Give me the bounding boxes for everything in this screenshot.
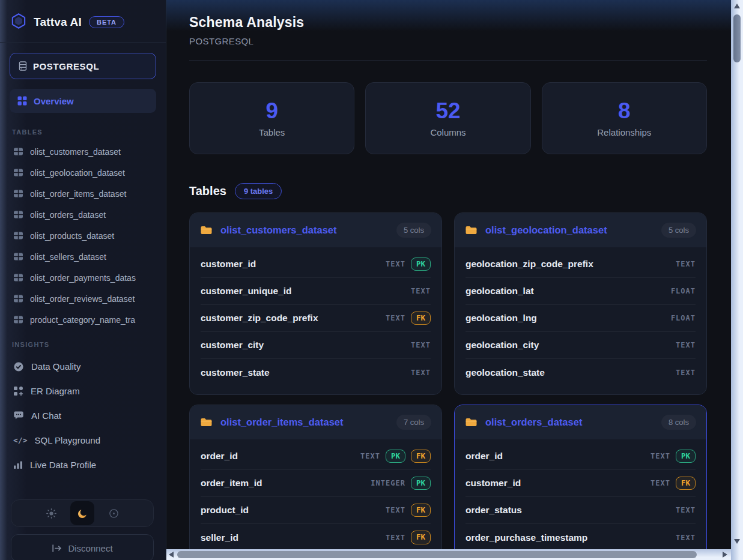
column-type: TEXT: [651, 479, 670, 487]
table-card-header: olist_order_items_dataset 7 cols: [190, 405, 441, 439]
sidebar-item-olist-orders[interactable]: olist_orders_dataset: [0, 204, 166, 225]
sidebar-table-label: olist_order_reviews_dataset: [30, 294, 135, 304]
insight-label: Live Data Profile: [30, 460, 96, 470]
stat-value: 52: [435, 100, 460, 122]
stat-value: 9: [265, 100, 278, 122]
scroll-right-arrow[interactable]: [723, 552, 727, 558]
sidebar-insights-list: Data Quality ER Diagram AI Chat </> SQL …: [0, 354, 166, 477]
connection-button[interactable]: POSTGRESQL: [10, 53, 156, 79]
table-icon: [13, 315, 23, 324]
stat-value: 8: [618, 100, 631, 122]
stat-label: Tables: [259, 127, 285, 137]
insights-section-label: INSIGHTS: [12, 341, 156, 348]
tables-section-label: TABLES: [12, 128, 156, 136]
sidebar-item-overview[interactable]: Overview: [10, 89, 156, 113]
table-card-olist-customers[interactable]: olist_customers_dataset 5 cols customer_…: [189, 212, 442, 395]
fk-badge: FK: [411, 312, 431, 325]
theme-toggle: [11, 499, 154, 527]
table-icon: [13, 273, 23, 282]
folder-icon: [200, 417, 213, 427]
column-type: TEXT: [360, 452, 380, 460]
chat-icon: [13, 411, 24, 421]
column-name: customer_id: [466, 478, 521, 489]
column-row: geolocation_city TEXT: [466, 332, 696, 359]
vertical-scrollbar[interactable]: [731, 0, 743, 560]
horizontal-scroll-thumb[interactable]: [177, 551, 697, 558]
column-name: customer_zip_code_prefix: [201, 313, 318, 324]
column-name: geolocation_city: [466, 340, 539, 351]
sidebar-item-olist-sellers[interactable]: olist_sellers_dataset: [0, 246, 166, 267]
scroll-down-arrow[interactable]: [734, 539, 740, 544]
sidebar: Tattva AI BETA POSTGRESQL Overview TABLE…: [0, 0, 166, 560]
column-type: TEXT: [676, 260, 696, 268]
disconnect-label: Disconnect: [68, 543, 112, 553]
fk-badge: FK: [411, 504, 431, 517]
column-type: TEXT: [676, 341, 696, 349]
column-row: seller_id TEXTFK: [201, 524, 431, 549]
fk-badge: FK: [411, 450, 431, 463]
column-row: customer_state TEXT: [201, 359, 431, 386]
disconnect-button[interactable]: Disconnect: [11, 534, 154, 560]
sidebar-table-label: olist_customers_dataset: [30, 147, 121, 157]
vertical-scroll-thumb[interactable]: [733, 14, 741, 62]
stat-card-tables: 9 Tables: [189, 82, 354, 154]
theme-light-button[interactable]: [39, 501, 63, 525]
sidebar-item-live-data-profile[interactable]: Live Data Profile: [0, 453, 166, 477]
sidebar-item-olist-geolocation[interactable]: olist_geolocation_dataset: [0, 162, 166, 183]
sidebar-item-olist-order-payments[interactable]: olist_order_payments_datas: [0, 267, 166, 288]
sidebar-table-label: olist_geolocation_dataset: [30, 168, 125, 178]
column-type: TEXT: [411, 287, 431, 295]
table-card-body: geolocation_zip_code_prefix TEXT geoloca…: [455, 247, 706, 394]
sidebar-table-label: olist_products_dataset: [30, 231, 114, 241]
cols-count-badge: 8 cols: [661, 415, 696, 430]
scroll-up-arrow[interactable]: [734, 4, 740, 8]
sidebar-item-olist-order-items[interactable]: olist_order_items_dataset: [0, 183, 166, 204]
column-name: product_id: [201, 505, 249, 516]
theme-dark-button[interactable]: [70, 501, 94, 525]
header-divider: [189, 60, 707, 61]
folder-icon: [465, 417, 478, 427]
er-diagram-icon: [13, 386, 23, 396]
table-card-olist-orders[interactable]: olist_orders_dataset 8 cols order_id TEX…: [454, 405, 707, 549]
app-name: Tattva AI: [34, 16, 82, 29]
table-icon: [13, 189, 23, 198]
table-card-olist-geolocation[interactable]: olist_geolocation_dataset 5 cols geoloca…: [454, 212, 707, 395]
table-card-header: olist_orders_dataset 8 cols: [455, 405, 706, 439]
column-row: order_purchase_timestamp TEXT: [466, 524, 696, 549]
column-row: customer_unique_id TEXT: [201, 278, 431, 305]
stat-label: Columns: [430, 127, 466, 137]
table-card-olist-order-items[interactable]: olist_order_items_dataset 7 cols order_i…: [189, 405, 442, 549]
column-row: customer_id TEXTPK: [201, 251, 431, 278]
sidebar-item-product-category[interactable]: product_category_name_tra: [0, 309, 166, 330]
column-row: geolocation_lng FLOAT: [466, 305, 696, 332]
column-row: customer_id TEXTFK: [466, 470, 696, 497]
column-row: order_id TEXTPKFK: [201, 443, 431, 470]
sidebar-item-ai-chat[interactable]: AI Chat: [0, 403, 166, 428]
beta-badge: BETA: [89, 16, 124, 28]
stat-card-columns: 52 Columns: [365, 82, 530, 154]
check-circle-icon: [13, 361, 24, 372]
table-cards-grid: olist_customers_dataset 5 cols customer_…: [189, 212, 707, 549]
sidebar-item-data-quality[interactable]: Data Quality: [0, 354, 166, 379]
fk-badge: FK: [676, 477, 696, 490]
scroll-left-arrow[interactable]: [169, 552, 174, 558]
stat-card-relationships: 8 Relationships: [542, 82, 707, 154]
column-name: customer_state: [201, 367, 270, 378]
page-subtitle: POSTGRESQL: [189, 36, 707, 46]
table-icon: [13, 252, 23, 261]
pk-badge: PK: [411, 257, 431, 271]
column-row: customer_city TEXT: [201, 332, 431, 359]
column-type: FLOAT: [671, 314, 696, 322]
theme-system-button[interactable]: [102, 501, 126, 525]
sidebar-item-olist-customers[interactable]: olist_customers_dataset: [0, 141, 166, 162]
horizontal-scrollbar[interactable]: [166, 549, 731, 560]
sidebar-item-olist-products[interactable]: olist_products_dataset: [0, 225, 166, 246]
sidebar-item-sql-playground[interactable]: </> SQL Playground: [0, 428, 166, 453]
sidebar-item-er-diagram[interactable]: ER Diagram: [0, 379, 166, 403]
sidebar-item-olist-order-reviews[interactable]: olist_order_reviews_dataset: [0, 288, 166, 309]
column-row: customer_zip_code_prefix TEXTFK: [201, 305, 431, 332]
column-row: geolocation_lat FLOAT: [466, 278, 696, 305]
sidebar-table-label: olist_orders_dataset: [30, 210, 106, 220]
code-icon: </>: [13, 436, 27, 445]
bar-chart-icon: [13, 460, 23, 469]
